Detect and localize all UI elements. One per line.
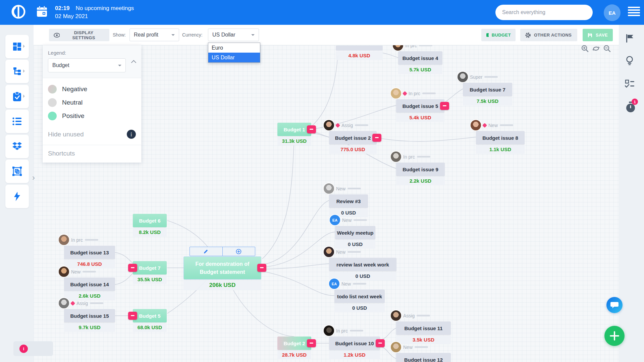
node-title[interactable]: Budget issue 15 [64,309,115,322]
collapse-node-button[interactable] [440,102,449,110]
currency-select[interactable]: US Dollar [208,28,259,41]
node-title[interactable]: Budget issue 10 [329,337,380,350]
lightbulb-icon[interactable] [625,56,634,67]
other-actions-button[interactable]: OTHER ACTIONS [520,29,577,41]
assignee-avatar[interactable] [324,120,334,130]
sidebar-expand-chevron[interactable]: › [32,173,35,182]
map-node-partial-top[interactable]: 4.8k USD [336,46,383,60]
node-title[interactable]: Budget issue 2 [329,131,377,144]
node-title[interactable]: Budget issue 13 [64,246,115,259]
map-node-budget-issue-2[interactable]: Assig Budget issue 2 775.0 USD [329,131,377,154]
map-node-budget-issue-10[interactable]: In prc Budget issue 10 1.2k USD [329,337,380,359]
assignee-avatar[interactable] [391,152,401,162]
assignee-avatar[interactable] [471,120,481,130]
assignee-avatar[interactable] [458,72,468,82]
node-title[interactable]: Budget issue 4 [398,51,442,65]
node-title[interactable]: Budget 5 [133,309,167,322]
add-node-fab[interactable] [604,326,625,346]
map-node-budget-issue-14[interactable]: New Budget issue 14 2.6k USD [64,278,115,300]
node-title[interactable]: review last week work [329,258,396,271]
assignee-avatar[interactable] [59,298,69,308]
collapse-node-button[interactable] [128,312,137,320]
zoom-reset-icon[interactable] [592,45,600,54]
show-select[interactable]: Real profit [129,28,179,41]
legend-collapse-button[interactable] [132,59,137,65]
assignee-avatar[interactable] [324,325,334,336]
hamburger-menu-icon[interactable] [628,7,640,17]
node-title[interactable]: Weekly meetup [335,226,375,239]
node-title[interactable] [336,46,383,51]
currency-option-us-dollar[interactable]: US Dollar [208,53,260,62]
zoom-out-icon[interactable] [603,45,611,54]
collapse-node-button[interactable] [128,264,137,272]
assignee-avatar[interactable] [59,266,69,277]
map-node-budget-issue-13[interactable]: In prc Budget issue 13 746.8 USD [64,246,115,268]
save-button[interactable]: SAVE [583,29,613,41]
map-node-budget-6[interactable]: Budget 6 8.2k USD [133,214,167,237]
collapse-node-button[interactable] [307,339,316,347]
node-title[interactable]: For demonstration of Budget statement [183,256,261,280]
map-node-budget-5[interactable]: Budget 5 68.0k USD [133,309,167,332]
assignee-avatar[interactable] [59,235,69,245]
sidebar-item-tasks[interactable] [5,85,29,108]
map-node-budget-issue-8[interactable]: New Budget issue 8 1.1k USD [476,131,525,154]
map-node-budget-issue-4[interactable]: In prc Budget issue 4 5.7k USD [398,51,442,74]
sidebar-item-dashboard[interactable] [5,35,29,58]
assignee-avatar[interactable] [391,88,401,99]
add-child-node-button[interactable] [222,247,255,256]
node-title[interactable]: Budget 6 [133,214,167,227]
node-title[interactable]: Budget 1 [277,123,311,136]
timer-icon[interactable]: 1 [625,101,636,115]
node-title[interactable]: Budget 2 [277,337,311,350]
map-node-root[interactable]: For demonstration of Budget statement 20… [183,256,261,290]
assignee-avatar[interactable] [391,310,401,321]
sidebar-item-dropbox[interactable] [5,135,29,158]
budget-button[interactable]: BUDGET [481,29,516,41]
map-node-budget-issue-9[interactable]: In prc Budget issue 9 2.2k USD [396,163,445,185]
map-node-budget-issue-12[interactable]: New Budget issue 12 [396,353,451,362]
legend-item-neutral[interactable]: Neutral [48,98,136,107]
legend-item-positive[interactable]: Positive [48,112,136,120]
node-title[interactable]: Budget issue 9 [396,163,445,176]
collapse-node-button[interactable] [376,339,385,347]
sidebar-item-capture[interactable] [5,160,29,183]
map-node-budget-1[interactable]: Budget 1 31.3k USD [277,123,311,145]
search-input[interactable] [495,5,593,20]
node-title[interactable]: Budget Issue 7 [463,83,512,96]
checklist-icon[interactable] [625,79,635,89]
node-title[interactable]: Budget issue 12 [396,353,451,362]
map-node-budget-issue-15[interactable]: Assig Budget issue 15 9.7k USD [64,309,115,332]
info-icon[interactable]: i [127,130,136,139]
zoom-in-icon[interactable] [581,45,589,54]
assignee-avatar[interactable] [391,342,401,352]
map-node-review-3[interactable]: New Review #3 0 USD [329,194,368,217]
node-title[interactable]: Budget issue 14 [64,278,115,291]
map-node-review-last-week-work[interactable]: New review last week work 0 USD [329,258,396,281]
assignee-avatar[interactable] [324,183,334,194]
legend-item-negative[interactable]: Negative [48,85,136,94]
map-node-budget-7[interactable]: Budget 7 35.5k USD [133,261,167,284]
map-node-todo-list-next-week[interactable]: EA New todo list next week 0 USD [334,290,385,312]
edit-node-button[interactable] [190,247,222,256]
collapse-node-button[interactable] [257,264,266,272]
assignee-avatar[interactable]: EA [330,215,340,225]
collapse-node-button[interactable] [307,125,316,133]
map-node-budget-issue-5[interactable]: In prc Budget issue 5 5.4k USD [396,99,444,122]
display-settings-button[interactable]: DISPLAY SETTINGS [49,29,109,41]
map-node-budget-issue-7[interactable]: Super Budget Issue 7 7.5k USD [463,83,512,106]
collapse-node-button[interactable] [372,134,381,142]
hide-unused-toggle[interactable]: Hide unused [48,131,84,138]
user-avatar[interactable]: EA [604,4,621,21]
help-info-icon[interactable]: i [19,345,28,353]
assignee-avatar[interactable]: EA [329,279,339,289]
legend-type-select[interactable]: Budget [48,58,126,72]
node-title[interactable]: todo list next week [334,290,385,303]
calendar-icon[interactable] [36,6,48,19]
sidebar-item-org-chart[interactable] [5,60,29,83]
map-node-budget-2[interactable]: Budget 2 28.7k USD [277,337,311,359]
currency-option-euro[interactable]: Euro [208,43,260,53]
node-title[interactable]: Budget issue 8 [476,131,525,144]
flag-icon[interactable] [625,34,634,44]
sidebar-item-list[interactable] [5,110,29,133]
node-title[interactable]: Budget issue 5 [396,99,444,113]
